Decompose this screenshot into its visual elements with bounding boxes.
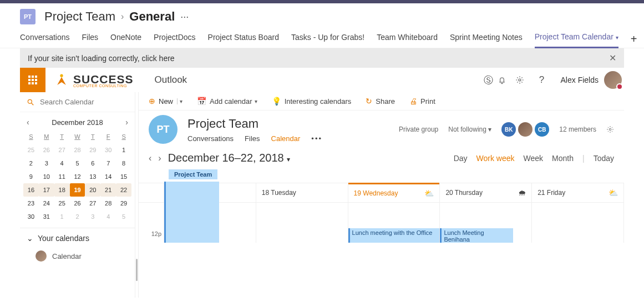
- mini-cal-day[interactable]: 27: [85, 197, 100, 210]
- mini-cal-day[interactable]: 5: [116, 210, 131, 223]
- chevron-down-icon[interactable]: ▾: [616, 34, 618, 41]
- mini-cal-day[interactable]: 13: [85, 170, 100, 183]
- mini-cal-day[interactable]: 3: [39, 157, 54, 170]
- tab-conversations[interactable]: Conversations: [20, 31, 70, 47]
- mini-cal-day[interactable]: 28: [70, 143, 85, 157]
- slot-wed[interactable]: Lunch meeting with the Office: [348, 203, 440, 243]
- calendar-grid[interactable]: 12p Lunch meeting with the Office Lunch …: [139, 203, 624, 243]
- add-tab-button[interactable]: +: [631, 33, 642, 46]
- day-header-fri[interactable]: 21 Friday⛅: [532, 183, 623, 202]
- mini-cal-day[interactable]: 30: [100, 143, 116, 157]
- interesting-calendars-button[interactable]: 💡 Interesting calendars: [272, 97, 352, 106]
- mini-cal-day[interactable]: 15: [116, 170, 131, 183]
- day-header-thu[interactable]: 20 Thursday🌧: [440, 183, 531, 202]
- search-icon[interactable]: [27, 98, 34, 106]
- mini-calendar-month[interactable]: December 2018: [52, 118, 103, 127]
- splitter-handle[interactable]: [135, 92, 139, 298]
- mini-cal-day[interactable]: 11: [54, 170, 70, 183]
- mini-cal-day[interactable]: 23: [23, 197, 39, 210]
- group-tab-calendar[interactable]: Calendar: [271, 134, 301, 143]
- mini-cal-day[interactable]: 2: [23, 157, 39, 170]
- org-brand[interactable]: SUCCESS COMPUTER CONSULTING: [45, 73, 143, 88]
- tab-calendar[interactable]: Project Team Calendar▾: [535, 30, 618, 48]
- print-button[interactable]: 🖨 Print: [409, 97, 435, 106]
- member-avatar[interactable]: BK: [501, 122, 516, 137]
- tab-projectdocs[interactable]: ProjectDocs: [154, 31, 195, 47]
- mini-cal-day[interactable]: 3: [85, 210, 100, 223]
- mini-cal-day[interactable]: 25: [54, 197, 70, 210]
- mini-cal-day[interactable]: 20: [85, 183, 100, 197]
- bell-icon[interactable]: [498, 76, 515, 84]
- tab-tasks[interactable]: Tasks - Up for Grabs!: [291, 31, 364, 47]
- tab-files[interactable]: Files: [82, 31, 99, 47]
- member-avatars[interactable]: BK CB: [501, 122, 549, 137]
- mini-cal-day[interactable]: 5: [70, 157, 85, 170]
- mini-cal-day[interactable]: 8: [116, 157, 131, 170]
- tab-status-board[interactable]: Project Status Board: [208, 31, 279, 47]
- info-banner[interactable]: If your site isn't loading correctly, cl…: [20, 48, 624, 68]
- tab-onenote[interactable]: OneNote: [110, 31, 141, 47]
- prev-month-button[interactable]: ‹: [27, 118, 29, 127]
- mini-cal-day[interactable]: 1: [116, 143, 131, 157]
- team-avatar[interactable]: PT: [20, 9, 36, 24]
- view-workweek[interactable]: Work week: [476, 154, 515, 163]
- mini-cal-day[interactable]: 21: [100, 183, 116, 197]
- mini-cal-day[interactable]: 26: [39, 143, 54, 157]
- calendar-event-thu-lunch[interactable]: Lunch Meeting Benihana: [440, 228, 513, 243]
- mini-cal-day[interactable]: 4: [100, 210, 116, 223]
- mini-cal-day[interactable]: 29: [85, 143, 100, 157]
- prev-week-button[interactable]: ‹: [149, 153, 151, 163]
- channel-name[interactable]: General: [129, 9, 175, 24]
- member-count[interactable]: 12 members: [559, 126, 596, 133]
- mini-cal-day[interactable]: 18: [54, 183, 70, 197]
- calendar-event[interactable]: [164, 182, 219, 243]
- day-header-wed[interactable]: 19 Wednesday⛅: [348, 183, 440, 202]
- group-title[interactable]: Project Team: [187, 117, 322, 131]
- team-name[interactable]: Project Team: [44, 9, 115, 24]
- calendar-chip[interactable]: Project Team: [169, 169, 217, 179]
- member-avatar[interactable]: CB: [535, 122, 549, 137]
- mini-cal-day[interactable]: 10: [39, 170, 54, 183]
- mini-cal-day[interactable]: 19: [70, 183, 85, 197]
- gear-icon[interactable]: [515, 76, 533, 84]
- next-week-button[interactable]: ›: [158, 153, 161, 163]
- mini-cal-day[interactable]: 14: [100, 170, 116, 183]
- date-range[interactable]: December 16–22, 2018 ▾: [168, 152, 291, 164]
- mini-cal-day[interactable]: 12: [70, 170, 85, 183]
- share-button[interactable]: ↻ Share: [366, 97, 395, 106]
- calendar-list-item[interactable]: Calendar: [20, 248, 135, 262]
- gear-icon[interactable]: [606, 126, 614, 133]
- mini-cal-day[interactable]: 27: [54, 143, 70, 157]
- mini-cal-day[interactable]: 16: [23, 183, 39, 197]
- view-month[interactable]: Month: [552, 154, 574, 163]
- mini-cal-day[interactable]: 28: [100, 197, 116, 210]
- slot-fri[interactable]: [532, 203, 624, 243]
- new-button[interactable]: ⊕ New ▾: [149, 97, 182, 106]
- mini-cal-day[interactable]: 9: [23, 170, 39, 183]
- mini-cal-day[interactable]: 7: [100, 157, 116, 170]
- add-calendar-button[interactable]: 📅 Add calendar ▾: [197, 97, 257, 106]
- close-icon[interactable]: ✕: [609, 53, 616, 63]
- slot-thu[interactable]: Lunch Meeting Benihana: [440, 203, 532, 243]
- view-day[interactable]: Day: [454, 154, 468, 163]
- mini-cal-day[interactable]: 30: [23, 210, 39, 223]
- mini-cal-day[interactable]: 1: [54, 210, 70, 223]
- mini-cal-day[interactable]: 26: [70, 197, 85, 210]
- calendar-event-wed-lunch[interactable]: Lunch meeting with the Office: [348, 228, 440, 243]
- app-launcher-button[interactable]: [20, 68, 45, 92]
- help-icon[interactable]: ?: [533, 74, 551, 86]
- mini-cal-day[interactable]: 6: [85, 157, 100, 170]
- mini-calendar[interactable]: SMTWTFS252627282930123456789101112131415…: [20, 130, 135, 223]
- today-button[interactable]: Today: [594, 154, 614, 163]
- tab-whiteboard[interactable]: Team Whiteboard: [377, 31, 438, 47]
- mini-cal-day[interactable]: 22: [116, 183, 131, 197]
- mini-cal-day[interactable]: 17: [39, 183, 54, 197]
- app-name[interactable]: Outlook: [155, 74, 187, 86]
- more-icon[interactable]: •••: [311, 134, 322, 143]
- mini-cal-day[interactable]: 24: [39, 197, 54, 210]
- user-name[interactable]: Alex Fields: [561, 76, 599, 84]
- next-month-button[interactable]: ›: [125, 118, 128, 127]
- group-tab-conversations[interactable]: Conversations: [187, 134, 234, 143]
- search-input[interactable]: [40, 98, 133, 106]
- following-toggle[interactable]: Not following ▾: [448, 126, 491, 133]
